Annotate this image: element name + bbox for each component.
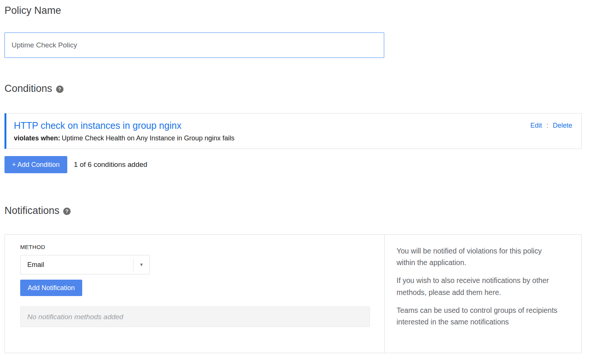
notifications-heading-label: Notifications [4, 204, 59, 217]
alert-policy-form: Policy Name Conditions ? HTTP check on i… [0, 0, 598, 353]
actions-separator: : [546, 122, 548, 129]
conditions-heading-label: Conditions [4, 82, 52, 95]
condition-description: violates when:Uptime Check Health on Any… [14, 134, 234, 142]
help-icon[interactable]: ? [63, 208, 71, 215]
conditions-count-text: 1 of 6 conditions added [74, 161, 148, 169]
method-select[interactable]: Email ▼ [20, 255, 150, 274]
notifications-panel: METHOD Email ▼ Add Notification No notif… [4, 234, 582, 353]
policy-name-input[interactable] [4, 32, 384, 58]
notification-info-paragraph: You will be notified of violations for t… [397, 245, 560, 268]
notification-info-paragraph: Teams can be used to control groups of r… [397, 305, 560, 328]
condition-card: HTTP check on instances in group nginx v… [4, 113, 582, 149]
help-icon[interactable]: ? [56, 85, 64, 93]
select-arrow-box: ▼ [133, 258, 150, 271]
add-condition-row: + Add Condition 1 of 6 conditions added [4, 156, 594, 173]
edit-link[interactable]: Edit [530, 122, 542, 129]
violates-when-label: violates when: [14, 134, 60, 142]
condition-actions: Edit:Delete [530, 113, 581, 149]
condition-title-link[interactable]: HTTP check on instances in group nginx [14, 120, 181, 131]
method-label: METHOD [20, 244, 384, 250]
add-condition-button[interactable]: + Add Condition [4, 156, 67, 173]
notification-method-column: METHOD Email ▼ Add Notification No notif… [5, 235, 384, 353]
method-select-value: Email [21, 261, 44, 269]
notifications-heading: Notifications ? [4, 204, 594, 217]
notification-info-column: You will be notified of violations for t… [384, 235, 581, 353]
add-notification-button[interactable]: Add Notification [20, 280, 82, 296]
condition-card-main: HTTP check on instances in group nginx v… [6, 113, 234, 149]
empty-notification-box: No notification methods added [20, 307, 370, 327]
delete-link[interactable]: Delete [553, 122, 572, 129]
chevron-down-icon: ▼ [139, 262, 144, 267]
notification-info-paragraph: If you wish to also receive notification… [397, 275, 560, 298]
violates-when-text: Uptime Check Health on Any Instance in G… [62, 134, 234, 142]
policy-name-heading: Policy Name [4, 4, 594, 17]
conditions-heading: Conditions ? [4, 82, 594, 95]
empty-notification-text: No notification methods added [27, 313, 123, 321]
